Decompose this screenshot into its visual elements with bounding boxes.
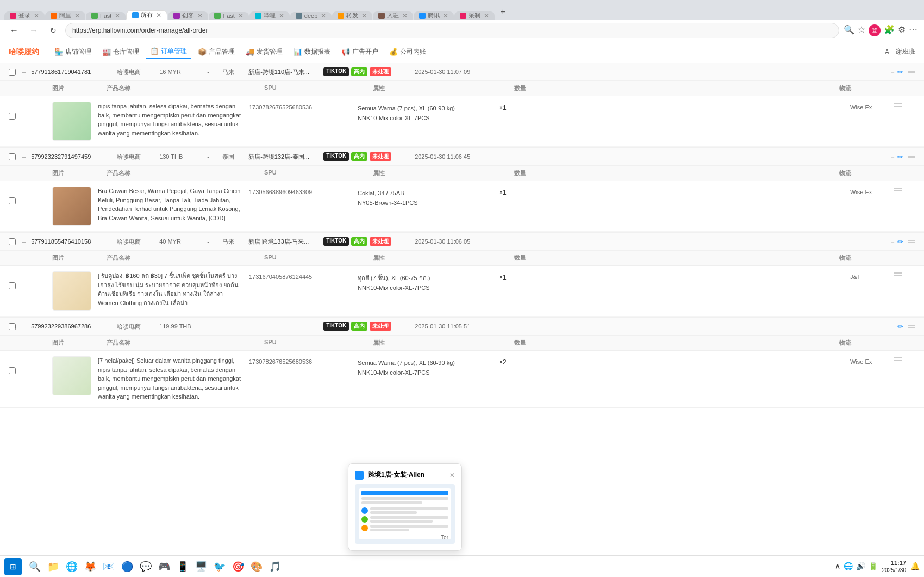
tab-close-button[interactable]: ✕ [197, 12, 203, 20]
order-date-1: 2025-01-30 11:06:45 [415, 153, 485, 160]
tab-close-button[interactable]: ✕ [321, 12, 326, 20]
volume-icon[interactable]: 🔊 [856, 562, 865, 570]
tab-close-button[interactable]: ✕ [74, 12, 80, 20]
edit-icon-3[interactable]: ✏ [897, 322, 903, 331]
col-actions-header-0 [883, 84, 915, 92]
browser-tab-哔哩[interactable]: 哔哩✕ [249, 11, 290, 20]
browser-tab-Fast[interactable]: Fast✕ [209, 12, 248, 20]
taskbar-app-icon-5[interactable]: 🔵 [118, 558, 136, 575]
taskbar-app-icon-3[interactable]: 🦊 [82, 558, 99, 575]
nav-item-店铺管理[interactable]: 🏪店铺管理 [50, 45, 96, 59]
forward-button[interactable]: → [26, 23, 41, 38]
edit-icon-0[interactable]: ✏ [897, 68, 903, 76]
tooltip-close[interactable]: ✕ [449, 471, 455, 479]
tab-close-button[interactable]: ✕ [115, 12, 120, 20]
address-bar[interactable]: https://erp.hallovin.com/order-manage/al… [65, 23, 839, 38]
nav-item-数据报表[interactable]: 📊数据报表 [289, 45, 335, 59]
browser-tab-所有[interactable]: 所有✕ [126, 10, 167, 20]
tab-label: Fast [223, 13, 234, 19]
nav-item-产品管理[interactable]: 📦产品管理 [193, 45, 239, 59]
browser-tab-阿里[interactable]: 阿里✕ [45, 11, 85, 20]
taskbar-app-icon-8[interactable]: 📱 [174, 558, 191, 575]
order-checkbox-2[interactable] [9, 238, 16, 245]
edit-icon-2[interactable]: ✏ [897, 238, 903, 246]
taskbar-app-icon-2[interactable]: 🌐 [63, 558, 80, 575]
product-name-cell-3-0: [7 helai/pakej] Seluar dalam wanita ping… [91, 356, 249, 401]
tab-close-button[interactable]: ✕ [156, 11, 161, 19]
product-row-actions-2-0 [894, 271, 915, 276]
taskbar-app-icon-10[interactable]: 🐦 [211, 558, 228, 575]
taskbar-app-icon-9[interactable]: 🖥️ [192, 558, 210, 575]
browser-tab-登录[interactable]: 登录✕ [4, 11, 45, 20]
battery-icon[interactable]: 🔋 [869, 562, 878, 570]
back-button[interactable]: ← [7, 23, 22, 38]
chevron-up-icon[interactable]: ∧ [835, 562, 840, 570]
order-checkbox-3[interactable] [9, 323, 16, 330]
taskbar-app-icon-6[interactable]: 💬 [137, 558, 154, 575]
product-checkbox-0-0[interactable] [9, 113, 16, 120]
tab-favicon [214, 13, 221, 19]
tab-label: 转发 [346, 11, 358, 20]
product-dots-icon-2-0[interactable] [894, 272, 902, 274]
new-tab-button[interactable]: + [495, 4, 510, 20]
product-checkbox-2-0[interactable] [9, 282, 16, 289]
tab-close-button[interactable]: ✕ [238, 12, 244, 20]
edit-icon-1[interactable]: ✏ [897, 153, 903, 161]
order-minus-3: – [22, 323, 26, 330]
tab-close-button[interactable]: ✕ [279, 12, 284, 20]
user-avatar-icon[interactable]: 登 [869, 24, 881, 36]
taskbar-app-icon-7[interactable]: 🎮 [155, 558, 173, 575]
product-checkbox-3-0[interactable] [9, 367, 16, 374]
order-actions-2: – ✏ [891, 238, 903, 246]
nav-item-公司内账[interactable]: 💰公司内账 [385, 45, 430, 59]
favorite-icon[interactable]: ☆ [858, 24, 865, 36]
settings-icon[interactable]: ⚙ [898, 24, 906, 36]
browser-tab-腾讯[interactable]: 腾讯✕ [414, 11, 454, 20]
refresh-button[interactable]: ↻ [46, 23, 61, 38]
order-header-row-1: – 579923232791497459 哈喽电商 130 THB - 泰国 新… [0, 148, 924, 166]
browser-tab-入驻[interactable]: 入驻✕ [373, 11, 413, 20]
order-checkbox-1[interactable] [9, 153, 16, 160]
product-table-header-2: 图片 产品名称 SPU 属性 数量 物流 [0, 251, 924, 266]
more-icon[interactable]: ⋯ [909, 24, 917, 36]
product-name-cell-1-0: Bra Cawan Besar, Warna Pepejal, Gaya Tan… [91, 187, 249, 222]
taskbar-app-icon-1[interactable]: 📁 [45, 558, 62, 575]
translate-icon[interactable]: A [885, 48, 889, 56]
start-button[interactable]: ⊞ [4, 558, 22, 575]
taskbar-app-icon-11[interactable]: 🎯 [229, 558, 247, 575]
extension-icon[interactable]: 🧩 [884, 24, 895, 36]
browser-tab-deep[interactable]: deep✕ [290, 12, 332, 20]
browser-tab-转发[interactable]: 转发✕ [332, 11, 372, 20]
nav-item-广告开户[interactable]: 📢广告开户 [337, 45, 383, 59]
browser-tab-采制[interactable]: 采制✕ [454, 11, 495, 20]
search-icon[interactable]: 🔍 [844, 24, 854, 36]
nav-item-仓库管理[interactable]: 🏭仓库管理 [98, 45, 143, 59]
product-dots-icon-3-0[interactable] [894, 357, 902, 358]
browser-tab-Fast[interactable]: Fast✕ [86, 12, 126, 20]
product-dots-icon-0-0[interactable] [894, 103, 902, 104]
badge-未处理: 未处理 [370, 322, 391, 331]
order-checkbox-0[interactable] [9, 69, 16, 76]
tab-close-button[interactable]: ✕ [34, 12, 39, 20]
col-img-0: 图片 [52, 84, 107, 92]
tab-close-button[interactable]: ✕ [361, 12, 367, 20]
product-checkbox-1-0[interactable] [9, 197, 16, 204]
nav-item-发货管理[interactable]: 🚚发货管理 [241, 45, 287, 59]
taskbar-app-icon-12[interactable]: 🎨 [248, 558, 265, 575]
product-attr-cell-0-0: Semua Warna (7 pcs), XL (60-90 kg) NNK10… [358, 102, 499, 123]
nav-item-订单管理[interactable]: 📋订单管理 [146, 45, 191, 59]
col-attr-2: 属性 [373, 254, 514, 262]
notification-icon[interactable]: 🔔 [910, 562, 920, 570]
taskbar-app-icon-4[interactable]: 📧 [100, 558, 117, 575]
network-icon[interactable]: 🌐 [844, 562, 853, 570]
taskbar-app-icon-13[interactable]: 🎵 [266, 558, 284, 575]
col-spu-0: SPU [264, 84, 373, 92]
tab-close-button[interactable]: ✕ [402, 12, 408, 20]
product-dots-icon-1-0[interactable] [894, 188, 902, 189]
tab-close-button[interactable]: ✕ [484, 12, 489, 20]
col-qty-1: 数量 [514, 169, 558, 177]
clock[interactable]: 11:17 2025/1/30 [882, 559, 907, 574]
tab-close-button[interactable]: ✕ [443, 12, 448, 20]
browser-tab-创客[interactable]: 创客✕ [168, 11, 208, 20]
taskbar-app-icon-0[interactable]: 🔍 [26, 558, 43, 575]
